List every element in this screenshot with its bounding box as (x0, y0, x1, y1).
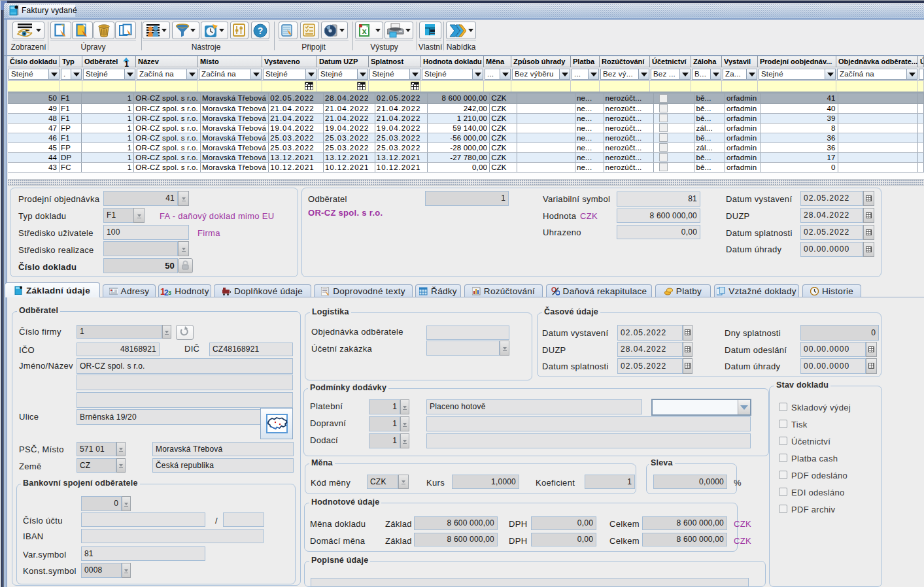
svg-text:x: x (362, 26, 367, 36)
svg-text:3: 3 (168, 290, 171, 295)
svg-text:1: 1 (124, 59, 129, 67)
svg-text:?: ? (258, 25, 264, 36)
